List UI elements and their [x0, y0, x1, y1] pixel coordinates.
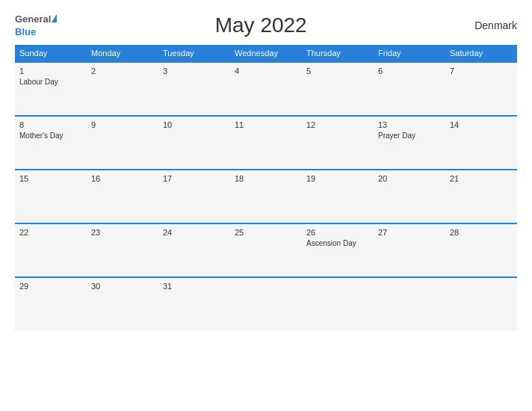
calendar-cell: 2 — [87, 62, 158, 116]
day-event: Mother's Day — [19, 131, 82, 140]
calendar-week-row: 293031 — [15, 277, 517, 331]
day-number: 30 — [91, 282, 154, 291]
calendar-cell: 24 — [158, 223, 230, 277]
calendar-title: May 2022 — [57, 13, 465, 37]
day-event: Prayer Day — [378, 131, 441, 140]
calendar-table: Sunday Monday Tuesday Wednesday Thursday… — [15, 45, 517, 331]
col-saturday: Saturday — [445, 45, 517, 62]
day-number: 20 — [378, 174, 441, 183]
day-number: 7 — [450, 67, 513, 75]
day-number: 17 — [163, 174, 226, 183]
day-number: 3 — [163, 67, 226, 75]
col-friday: Friday — [374, 45, 445, 62]
col-thursday: Thursday — [302, 45, 374, 62]
calendar-cell: 3 — [158, 62, 230, 116]
col-tuesday: Tuesday — [158, 45, 230, 62]
calendar-page: General Blue May 2022 Denmark Sunday Mon… — [0, 0, 532, 411]
calendar-cell: 27 — [374, 223, 445, 277]
calendar-cell — [374, 277, 445, 331]
day-number: 10 — [163, 120, 226, 129]
day-number: 29 — [19, 282, 82, 291]
calendar-cell: 18 — [230, 170, 302, 223]
col-monday: Monday — [87, 45, 158, 62]
calendar-cell: 10 — [158, 116, 230, 170]
day-number: 14 — [450, 120, 513, 129]
day-number: 25 — [235, 228, 297, 237]
calendar-cell: 29 — [15, 277, 87, 331]
country-label: Denmark — [465, 19, 517, 31]
day-number: 28 — [450, 228, 513, 237]
day-number: 19 — [306, 174, 369, 183]
day-number: 1 — [19, 67, 82, 75]
day-number: 31 — [163, 282, 226, 291]
calendar-cell — [302, 277, 374, 331]
calendar-cell: 9 — [87, 116, 158, 170]
logo-triangle-icon — [52, 14, 57, 22]
calendar-body: 1Labour Day2345678Mother's Day910111213P… — [15, 62, 517, 331]
calendar-cell: 25 — [230, 223, 302, 277]
header: General Blue May 2022 Denmark — [15, 13, 517, 37]
day-number: 15 — [19, 174, 82, 183]
calendar-cell: 14 — [445, 116, 517, 170]
logo-blue-text: Blue — [15, 27, 36, 37]
calendar-cell: 4 — [230, 62, 302, 116]
calendar-week-row: 8Mother's Day910111213Prayer Day14 — [15, 116, 517, 170]
calendar-cell: 22 — [15, 223, 87, 277]
day-number: 9 — [91, 120, 154, 129]
calendar-header: Sunday Monday Tuesday Wednesday Thursday… — [15, 45, 517, 62]
calendar-cell: 11 — [230, 116, 302, 170]
calendar-cell: 15 — [15, 170, 87, 223]
calendar-cell: 5 — [302, 62, 374, 116]
day-number: 12 — [306, 120, 369, 129]
calendar-cell: 23 — [87, 223, 158, 277]
day-number: 11 — [235, 120, 297, 129]
calendar-cell: 7 — [445, 62, 517, 116]
day-number: 6 — [378, 67, 441, 75]
calendar-cell — [445, 277, 517, 331]
calendar-cell: 21 — [445, 170, 517, 223]
calendar-cell: 8Mother's Day — [15, 116, 87, 170]
day-number: 27 — [378, 228, 441, 237]
day-number: 16 — [91, 174, 154, 183]
calendar-cell: 28 — [445, 223, 517, 277]
day-number: 18 — [235, 174, 297, 183]
day-number: 24 — [163, 228, 226, 237]
day-event: Ascension Day — [306, 238, 369, 248]
calendar-cell: 1Labour Day — [15, 62, 87, 116]
day-number: 2 — [91, 67, 154, 75]
day-number: 4 — [235, 67, 297, 75]
calendar-cell: 20 — [374, 170, 445, 223]
col-wednesday: Wednesday — [230, 45, 302, 62]
calendar-cell: 30 — [87, 277, 158, 331]
col-sunday: Sunday — [15, 45, 87, 62]
calendar-cell: 13Prayer Day — [374, 116, 445, 170]
day-number: 13 — [378, 120, 441, 129]
day-number: 22 — [19, 228, 82, 237]
calendar-cell: 31 — [158, 277, 230, 331]
calendar-cell: 6 — [374, 62, 445, 116]
day-number: 5 — [306, 67, 369, 75]
calendar-cell: 12 — [302, 116, 374, 170]
calendar-cell: 17 — [158, 170, 230, 223]
day-event: Labour Day — [19, 77, 82, 87]
day-number: 26 — [306, 228, 369, 237]
day-number: 23 — [91, 228, 154, 237]
calendar-week-row: 2223242526Ascension Day2728 — [15, 223, 517, 277]
calendar-cell — [230, 277, 302, 331]
day-number: 8 — [19, 120, 82, 129]
calendar-cell: 16 — [87, 170, 158, 223]
logo-general-text: General — [15, 14, 51, 24]
calendar-cell: 26Ascension Day — [302, 223, 374, 277]
day-number: 21 — [450, 174, 513, 183]
calendar-cell: 19 — [302, 170, 374, 223]
calendar-week-row: 15161718192021 — [15, 170, 517, 223]
logo: General Blue — [15, 14, 57, 37]
weekday-header-row: Sunday Monday Tuesday Wednesday Thursday… — [15, 45, 517, 62]
calendar-week-row: 1Labour Day234567 — [15, 62, 517, 116]
